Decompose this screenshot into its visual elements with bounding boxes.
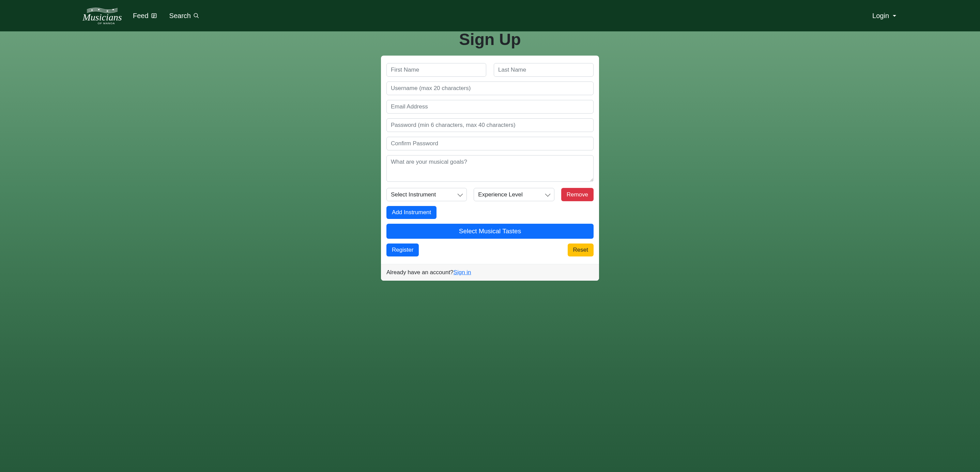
brand-logo[interactable]: Musicians OF MANOA [82, 6, 123, 25]
nav-search-label: Search [169, 12, 191, 20]
register-button[interactable]: Register [387, 244, 419, 257]
sign-in-link[interactable]: Sign in [453, 269, 471, 276]
nav-search[interactable]: Search [167, 9, 201, 22]
nav-login-dropdown[interactable]: Login [870, 9, 898, 22]
svg-point-1 [98, 9, 100, 10]
chevron-down-icon [893, 15, 896, 17]
first-name-field[interactable] [387, 63, 486, 77]
reset-button[interactable]: Reset [568, 244, 593, 257]
svg-text:OF MANOA: OF MANOA [98, 22, 115, 25]
instrument-select[interactable]: Select Instrument [387, 188, 467, 201]
select-tastes-button[interactable]: Select Musical Tastes [387, 224, 593, 239]
confirm-password-field[interactable] [387, 137, 593, 150]
goals-textarea[interactable] [387, 155, 593, 182]
nav-feed-label: Feed [133, 12, 149, 20]
svg-line-11 [197, 16, 199, 18]
svg-point-0 [91, 10, 93, 11]
last-name-field[interactable] [494, 63, 593, 77]
username-field[interactable] [387, 81, 593, 95]
experience-select[interactable]: Experience Level [474, 188, 554, 201]
svg-point-10 [194, 13, 197, 17]
add-instrument-button[interactable]: Add Instrument [387, 206, 436, 219]
nav-feed[interactable]: Feed [131, 9, 159, 22]
page-title: Sign Up [0, 30, 980, 49]
svg-point-3 [113, 9, 114, 10]
email-field[interactable] [387, 100, 593, 113]
remove-instrument-button[interactable]: Remove [561, 188, 593, 201]
search-icon [193, 13, 199, 19]
svg-text:Musicians: Musicians [82, 12, 122, 22]
navbar: Musicians OF MANOA Feed Search Login [0, 0, 980, 31]
brand-logo-icon: Musicians OF MANOA [82, 6, 123, 25]
feed-icon [151, 13, 157, 19]
signup-card: Select Instrument Experience Level Remov… [381, 56, 599, 281]
footer-prompt: Already have an account? [387, 269, 453, 276]
password-field[interactable] [387, 118, 593, 132]
card-footer: Already have an account?Sign in [381, 264, 599, 281]
svg-point-2 [107, 10, 108, 11]
nav-login-label: Login [872, 12, 889, 20]
